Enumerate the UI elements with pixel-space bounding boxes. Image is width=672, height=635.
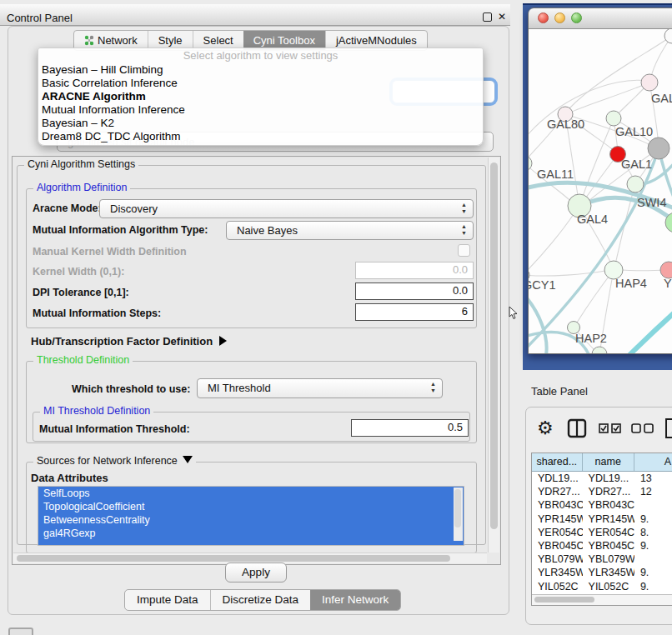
mi-threshold-group-title: MI Threshold Definition: [40, 405, 153, 417]
aracne-mode-combobox[interactable]: Discovery ▲▼: [99, 199, 474, 218]
table-cell: YBL079W: [532, 552, 583, 566]
settings-vertical-scrollbar[interactable]: [488, 158, 499, 552]
mi-type-combobox[interactable]: Naive Bayes ▲▼: [226, 221, 474, 240]
collapsed-panel-icon[interactable]: [8, 628, 33, 635]
network-edge[interactable]: [529, 214, 574, 275]
attribute-item-betweennesscentrality[interactable]: BetweennessCentrality: [38, 513, 464, 527]
column-header-a[interactable]: A: [634, 453, 672, 471]
gear-icon[interactable]: ⚙: [537, 418, 554, 438]
table-row[interactable]: YDL19...YDL19...13: [532, 472, 672, 485]
manual-kernel-checkbox[interactable]: [458, 244, 470, 257]
table-cell: YER054C: [583, 526, 634, 539]
node-label-gcy1: GCY1: [529, 278, 556, 292]
network-edge-highlighted[interactable]: [627, 304, 672, 353]
spinner-arrows-icon: ▲▼: [461, 202, 467, 215]
spinner-arrows-icon: ▲▼: [430, 381, 436, 394]
control-panel-title: Control Panel: [7, 12, 73, 24]
hub-definition-toggle[interactable]: Hub/Transcription Factor Definition: [31, 335, 227, 348]
network-node[interactable]: [664, 29, 672, 43]
node-label-swi4: SWI4: [637, 196, 666, 209]
attributes-list-scrollbar[interactable]: [454, 488, 463, 541]
float-window-icon[interactable]: [483, 12, 492, 22]
table-row[interactable]: YBL079WYBL079W: [532, 552, 672, 566]
algorithm-option-basic-correlation-inference[interactable]: Basic Correlation Inference: [38, 77, 483, 90]
checked-pair-icon[interactable]: [599, 424, 620, 432]
table-cell: YBR043C: [583, 498, 634, 512]
table-cell: YDL19...: [583, 472, 634, 485]
node-label-gal: GAL: [651, 92, 672, 105]
data-attributes-list[interactable]: SelfLoopsTopologicalCoefficientBetweenne…: [38, 486, 464, 546]
table-horizontal-scrollbar[interactable]: [532, 594, 672, 605]
spinner-arrows-icon: ▲▼: [461, 223, 467, 237]
kernel-width-field[interactable]: 0.0: [355, 262, 474, 279]
column-header-name[interactable]: name: [583, 453, 634, 471]
table-header-row: shared...nameA: [532, 453, 672, 472]
table-row[interactable]: YLR345WYLR345W9.: [532, 566, 672, 579]
algorithm-option-dream8-dc-tdc-algorithm[interactable]: Dream8 DC_TDC Algorithm: [38, 130, 483, 143]
table-panel: ⚙: [525, 407, 672, 625]
node-label-y: Y: [664, 277, 672, 290]
svg-text:⚙: ⚙: [537, 418, 554, 438]
table-cell: YPR145W: [532, 512, 583, 526]
network-edge[interactable]: [577, 270, 614, 322]
table-row[interactable]: YDR27...YDR27...12: [532, 485, 672, 498]
table-cell: YBR043C: [532, 498, 583, 512]
algorithm-popup-list: Bayesian – Hill ClimbingBasic Correlatio…: [38, 63, 483, 143]
collapse-down-icon: [183, 456, 193, 463]
network-node[interactable]: [660, 262, 672, 278]
which-threshold-combobox[interactable]: MI Threshold ▲▼: [197, 378, 443, 398]
algorithm-option-bayesian-hill-climbing[interactable]: Bayesian – Hill Climbing: [38, 63, 483, 77]
unchecked-pair-icon[interactable]: [632, 424, 653, 432]
table-row[interactable]: YER054CYER054C8.: [532, 526, 672, 539]
network-node[interactable]: [592, 347, 607, 353]
node-label-gal80: GAL80: [547, 118, 584, 131]
algorithm-option-mutual-information-inference[interactable]: Mutual Information Inference: [38, 103, 483, 117]
table-row[interactable]: YBR045CYBR045C9.: [532, 539, 672, 552]
network-edge[interactable]: [572, 82, 649, 112]
sources-group-title[interactable]: Sources for Network Inference: [33, 455, 196, 467]
attribute-item-gal4rgexp[interactable]: gal4RGexp: [38, 527, 464, 540]
close-traffic-light[interactable]: [538, 12, 549, 23]
network-view-window[interactable]: GALGAL80GAL10GAL1GAL11SWI4GAL4GCY1HAP4YH…: [528, 8, 672, 354]
columns-icon[interactable]: [569, 420, 585, 437]
attribute-item-clipped[interactable]: [38, 540, 464, 546]
bottom-tab-infer-network[interactable]: Infer Network: [310, 590, 400, 610]
network-node[interactable]: [606, 111, 621, 126]
algorithm-dropdown-popup: Select algorithm to view settings Bayesi…: [38, 48, 484, 146]
table-cell: 8.: [634, 526, 672, 539]
network-node[interactable]: [641, 74, 658, 91]
table-panel-toolbar: ⚙: [526, 414, 672, 442]
table-row[interactable]: YBR043CYBR043C: [532, 498, 672, 512]
node-table[interactable]: shared...nameA YDL19...YDL19...13YDR27..…: [531, 452, 672, 606]
bottom-tab-discretize-data[interactable]: Discretize Data: [210, 590, 311, 610]
minimize-traffic-light[interactable]: [554, 12, 565, 23]
network-node[interactable]: [529, 156, 532, 171]
column-header-shared[interactable]: shared...: [532, 453, 583, 471]
bottom-tab-impute-data[interactable]: Impute Data: [125, 590, 210, 610]
table-cell: 9.: [634, 512, 672, 526]
table-cell: YLR345W: [583, 566, 634, 579]
table-row[interactable]: YIL052CYIL052C9.: [532, 580, 672, 593]
table-cell: 9.: [634, 566, 672, 579]
table-cell: YDR27...: [583, 485, 634, 498]
document-icon[interactable]: [666, 419, 672, 438]
network-node[interactable]: [648, 138, 669, 159]
mi-steps-label: Mutual Information Steps:: [33, 308, 161, 319]
network-canvas[interactable]: GALGAL80GAL10GAL1GAL11SWI4GAL4GCY1HAP4YH…: [529, 29, 672, 353]
mi-steps-field[interactable]: 6: [355, 303, 474, 321]
network-node[interactable]: [627, 176, 644, 192]
mi-threshold-field[interactable]: 0.5: [351, 419, 469, 437]
attribute-item-selfloops[interactable]: SelfLoops: [38, 487, 464, 500]
close-icon[interactable]: ✕: [498, 11, 506, 22]
algorithm-option-bayesian-k2[interactable]: Bayesian – K2: [38, 117, 483, 130]
algorithm-option-aracne-algorithm[interactable]: ARACNE Algorithm: [38, 90, 483, 103]
aracne-mode-value: Discovery: [110, 202, 158, 215]
apply-button[interactable]: Apply: [225, 562, 287, 582]
network-edge[interactable]: [584, 154, 618, 201]
zoom-traffic-light[interactable]: [571, 12, 582, 23]
attribute-item-topologicalcoefficient[interactable]: TopologicalCoefficient: [38, 500, 464, 513]
table-cell: 9.: [634, 539, 672, 552]
mi-type-label: Mutual Information Algorithm Type:: [33, 224, 208, 236]
table-row[interactable]: YPR145WYPR145W9.: [532, 512, 672, 526]
dpi-tolerance-field[interactable]: 0.0: [355, 282, 474, 300]
